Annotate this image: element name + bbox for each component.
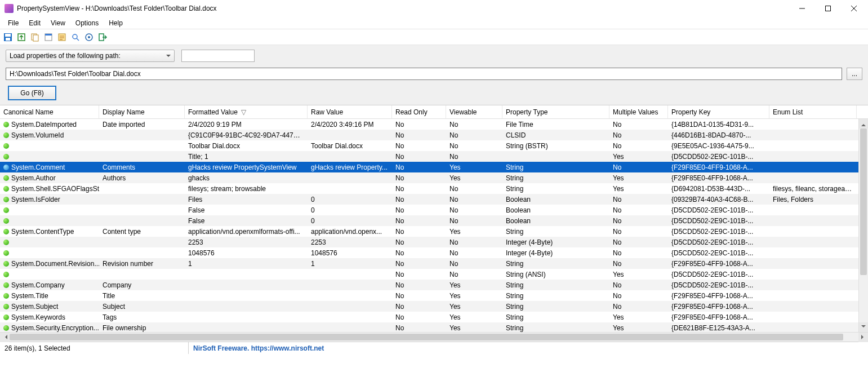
table-row[interactable]: System.Shell.SFGAOFlagsStr...filesys; st… [0, 183, 868, 194]
scroll-left-icon[interactable] [0, 333, 10, 342]
menu-help[interactable]: Help [104, 18, 127, 28]
header-multiple-values[interactable]: Multiple Values [609, 105, 668, 118]
cell: No [609, 303, 668, 311]
close-button[interactable] [841, 0, 867, 17]
cell: {D5CDD502-2E9C-101B-... [668, 153, 769, 161]
scroll-right-icon[interactable] [858, 333, 868, 342]
cell: {F29F85E0-4FF9-1068-A... [668, 313, 769, 321]
table-row[interactable]: 10485761048576NoNoInteger (4-Byte)No{D5C… [0, 247, 868, 258]
table-row[interactable]: False0NoNoBooleanNo{D5CDD502-2E9C-101B-.… [0, 205, 868, 215]
table-row[interactable]: System.DateImportedDate imported2/4/2020… [0, 119, 868, 130]
cell: Integer (4-Byte) [502, 238, 609, 246]
table-row[interactable]: System.TitleTitleNoYesStringNo{F29F85E0-… [0, 290, 868, 301]
cell: Toolbar Dial.docx [185, 142, 308, 150]
cell: No [609, 131, 668, 139]
cell: Comments [99, 163, 185, 171]
path-input[interactable]: H:\Downloads\Test Folder\Toolbar Dial.do… [6, 68, 842, 80]
cell: Boolean [502, 217, 609, 225]
table-row[interactable]: System.VolumeId{C91C0F94-91BC-4C92-9DA7-… [0, 130, 868, 140]
table-row[interactable]: System.AuthorAuthorsghacksNoYesStringYes… [0, 172, 868, 183]
header-property-type[interactable]: Property Type [502, 105, 609, 118]
header-canonical-name[interactable]: Canonical Name [0, 105, 99, 118]
table-row[interactable]: 22532253NoNoInteger (4-Byte)No{D5CDD502-… [0, 237, 868, 247]
refresh-icon[interactable] [84, 33, 94, 42]
table-row[interactable]: System.ContentTypeContent typeapplicatio… [0, 226, 868, 237]
table-row[interactable]: System.Security.Encryption...File owners… [0, 322, 868, 332]
status-dot-icon [3, 197, 9, 202]
header-viewable[interactable]: Viewable [446, 105, 502, 118]
cell: Yes [609, 324, 668, 332]
properties-icon[interactable] [44, 33, 53, 42]
toolbar [0, 29, 868, 45]
menu-options[interactable]: Options [71, 18, 103, 28]
table-row[interactable]: System.CommentCommentsgHacks review Prop… [0, 162, 868, 172]
cell: No [392, 185, 446, 193]
cell: 1048576 [185, 249, 308, 257]
cell: No [609, 142, 668, 150]
cell: 2/4/2020 3:49:16 PM [308, 121, 392, 129]
table-row[interactable]: Toolbar Dial.docxToolbar Dial.docxNoNoSt… [0, 140, 868, 151]
cell: CLSID [502, 131, 609, 139]
table-row[interactable]: False0NoNoBooleanNo{D5CDD502-2E9C-101B-.… [0, 215, 868, 226]
menu-file[interactable]: File [3, 18, 23, 28]
status-link[interactable]: NirSoft Freeware. https://www.nirsoft.ne… [189, 344, 328, 352]
header-property-key[interactable]: Property Key [668, 105, 769, 118]
status-bar: 26 item(s), 1 Selected NirSoft Freeware.… [0, 342, 868, 354]
vertical-scrollbar[interactable] [858, 119, 868, 332]
sort-indicator-icon: ▽ [241, 108, 246, 116]
table-row[interactable]: System.KeywordsTagsNoYesStringYes{F29F85… [0, 312, 868, 322]
scroll-down-icon[interactable] [859, 322, 868, 332]
cell: System.Security.Encryption... [0, 324, 99, 332]
cell: No [446, 217, 502, 225]
menu-view[interactable]: View [46, 18, 70, 28]
cell: No [392, 249, 446, 257]
minimize-button[interactable] [789, 0, 815, 17]
table-row[interactable]: System.SubjectSubjectNoYesStringNo{F29F8… [0, 301, 868, 312]
cell: No [392, 303, 446, 311]
cell: No [609, 163, 668, 171]
status-dot-icon [3, 304, 9, 309]
scroll-up-icon[interactable] [859, 119, 868, 129]
cell: Date imported [99, 121, 185, 129]
status-dot-icon [3, 315, 9, 320]
cell: {14B81DA1-0135-4D31-9... [668, 121, 769, 129]
find-icon[interactable] [71, 33, 80, 42]
header-display-name[interactable]: Display Name [99, 105, 185, 118]
horizontal-scrollbar[interactable] [0, 332, 868, 342]
table-row[interactable]: Title; 1NoNoYes{D5CDD502-2E9C-101B-... [0, 151, 868, 162]
header-formatted-value[interactable]: Formatted Value▽ [185, 105, 308, 118]
filter-input[interactable] [181, 50, 255, 62]
control-panel: Load properties of the following path: H… [0, 45, 868, 105]
svg-point-10 [73, 34, 77, 39]
exit-icon[interactable] [98, 33, 107, 42]
menu-edit[interactable]: Edit [24, 18, 45, 28]
scroll-thumb[interactable] [860, 129, 867, 275]
hscroll-thumb[interactable] [10, 334, 843, 340]
go-button[interactable]: Go (F8) [8, 86, 56, 100]
grid-body: System.DateImportedDate imported2/4/2020… [0, 119, 868, 332]
maximize-button[interactable] [815, 0, 841, 17]
cell: System.DateImported [0, 121, 99, 129]
table-row[interactable]: System.CompanyCompanyNoYesStringNo{D5CDD… [0, 280, 868, 290]
cell: Yes [446, 163, 502, 171]
cell: 1 [308, 260, 392, 268]
cell: No [609, 249, 668, 257]
cell: Yes [609, 185, 668, 193]
header-enum-list[interactable]: Enum List [769, 105, 857, 118]
header-read-only[interactable]: Read Only [392, 105, 446, 118]
save-icon[interactable] [3, 33, 12, 42]
status-dot-icon [3, 143, 9, 149]
copy-icon[interactable] [30, 33, 39, 42]
export-icon[interactable] [17, 33, 26, 42]
html-report-icon[interactable] [57, 33, 66, 42]
header-raw-value[interactable]: Raw Value [308, 105, 392, 118]
cell: System.ContentType [0, 228, 99, 236]
table-row[interactable]: System.Document.Revision...Revision numb… [0, 258, 868, 269]
load-mode-combo[interactable]: Load properties of the following path: [6, 50, 175, 62]
table-row[interactable]: System.IsFolderFiles0NoNoBooleanNo{09329… [0, 194, 868, 205]
browse-button[interactable]: ... [847, 68, 862, 80]
cell: Authors [99, 174, 185, 182]
table-row[interactable]: NoNoString (ANSI)Yes{D5CDD502-2E9C-101B-… [0, 269, 868, 280]
cell [0, 250, 99, 256]
cell: No [446, 153, 502, 161]
